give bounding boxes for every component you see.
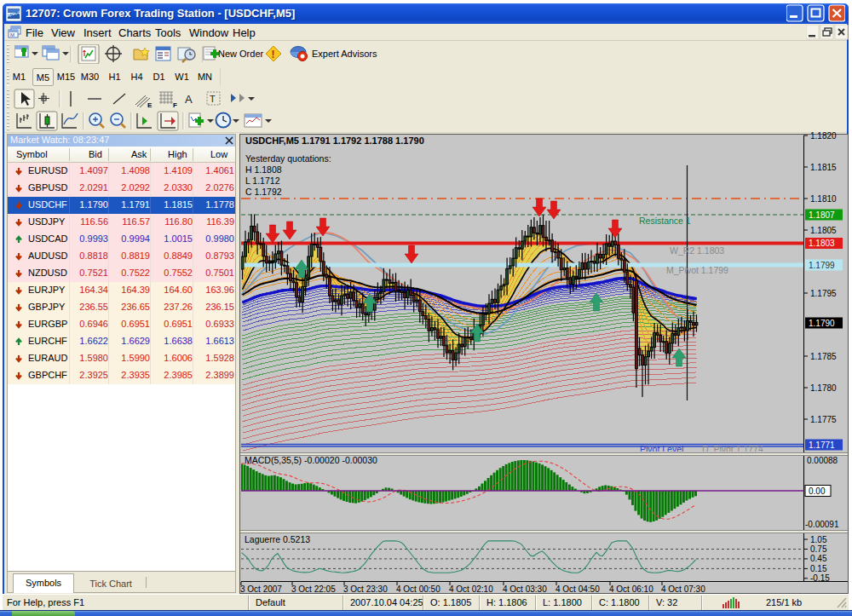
svg-text:1.1780: 1.1780 <box>810 383 837 393</box>
svg-text:0.00: 0.00 <box>809 486 826 496</box>
svg-text:3 Oct 22:05: 3 Oct 22:05 <box>291 584 336 594</box>
svg-text:1.1771: 1.1771 <box>809 440 835 450</box>
svg-text:Resistance 1: Resistance 1 <box>639 216 691 226</box>
svg-text:Laguerre 0.5213: Laguerre 0.5213 <box>245 534 310 544</box>
svg-text:USDCHF,M5 1.1791 1.1792 1.178: USDCHF,M5 1.1791 1.1792 1.1788 1.1790 <box>245 135 424 146</box>
svg-text:3 Oct 2007: 3 Oct 2007 <box>240 584 282 594</box>
svg-text:MACD(5,35,5) -0.00020 -0.00030: MACD(5,35,5) -0.00020 -0.00030 <box>245 455 377 465</box>
svg-text:1.1775: 1.1775 <box>810 415 837 424</box>
svg-text:1.1807: 1.1807 <box>809 210 835 220</box>
svg-text:1.05: 1.05 <box>810 535 827 544</box>
svg-text:1.1785: 1.1785 <box>810 352 837 361</box>
svg-text:L 1.1712: L 1.1712 <box>245 176 280 186</box>
svg-text:0.15: 0.15 <box>810 564 827 573</box>
svg-text:1.1810: 1.1810 <box>810 194 837 204</box>
svg-text:1.1799: 1.1799 <box>809 261 835 270</box>
svg-text:H 1.1808: H 1.1808 <box>245 164 282 175</box>
svg-text:0.75: 0.75 <box>810 544 827 554</box>
svg-text:1.1803: 1.1803 <box>809 239 835 248</box>
svg-text:-0.15: -0.15 <box>810 573 830 583</box>
svg-text:-0.00091: -0.00091 <box>805 520 839 529</box>
svg-text:0.00088: 0.00088 <box>807 456 838 465</box>
svg-text:1.1790: 1.1790 <box>809 319 835 328</box>
svg-text:4 Oct 04:50: 4 Oct 04:50 <box>556 584 600 594</box>
svg-text:4 Oct 03:30: 4 Oct 03:30 <box>503 584 547 594</box>
svg-text:4 Oct 06:10: 4 Oct 06:10 <box>609 584 653 594</box>
svg-text:W_R2 1.1803: W_R2 1.1803 <box>670 245 724 256</box>
svg-text:4 Oct 00:50: 4 Oct 00:50 <box>396 584 440 594</box>
svg-text:0.45: 0.45 <box>810 554 827 563</box>
svg-text:4 Oct 02:10: 4 Oct 02:10 <box>449 584 493 594</box>
svg-text:Yesterday quotations:: Yesterday quotations: <box>245 153 331 164</box>
svg-text:C 1.1792: C 1.1792 <box>245 187 282 197</box>
svg-text:4 Oct 07:30: 4 Oct 07:30 <box>661 584 705 594</box>
svg-text:1.1805: 1.1805 <box>810 226 837 235</box>
svg-text:1.1820: 1.1820 <box>810 131 837 141</box>
svg-text:1.1795: 1.1795 <box>810 289 837 298</box>
svg-text:M_Pivot 1.1799: M_Pivot 1.1799 <box>666 265 728 275</box>
svg-text:1.1815: 1.1815 <box>810 163 837 172</box>
svg-text:3 Oct 23:30: 3 Oct 23:30 <box>343 584 388 594</box>
